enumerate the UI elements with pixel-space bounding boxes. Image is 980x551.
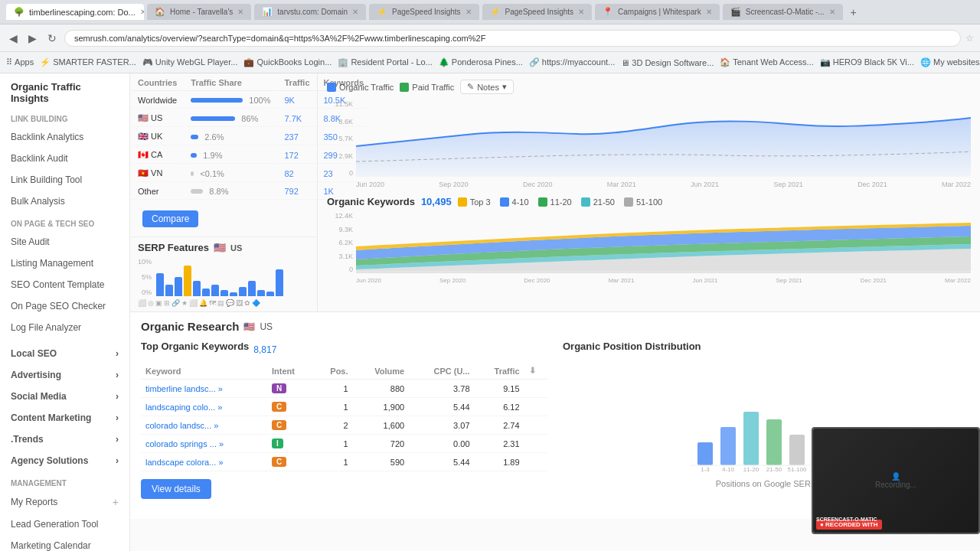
forward-button[interactable]: ▶	[25, 29, 40, 47]
bookmark-ponderosa[interactable]: 🌲 Ponderosa Pines...	[439, 57, 523, 67]
checkbox-indicator	[400, 83, 409, 92]
chevron-down-icon: ▾	[502, 82, 507, 92]
table-row: colorado landsc... » C 2 1,600 3.07 2.74	[141, 416, 547, 435]
nav-bulk-analysis[interactable]: Bulk Analysis	[0, 191, 129, 212]
filter-icon[interactable]: ⬇	[529, 366, 536, 375]
compare-button[interactable]: Compare	[142, 210, 198, 227]
svg-rect-5	[789, 435, 805, 465]
nav-on-page-seo-checker[interactable]: On Page SEO Checker	[0, 295, 129, 317]
tab-close-btn[interactable]: ✕	[237, 8, 243, 16]
nav-local-seo[interactable]: Local SEO ›	[0, 343, 129, 364]
tab-active[interactable]: 🌳 timberlinescaping.com: Do... ✕	[6, 4, 144, 20]
tab-favicon: 🏠	[155, 7, 165, 17]
tab-close-btn[interactable]: ✕	[352, 8, 358, 16]
serp-bar	[184, 266, 191, 296]
bookmark-tenant[interactable]: 🏠 Tenant Web Access...	[720, 57, 813, 67]
serp-feature-icon: 🖼	[236, 299, 243, 307]
bookmark-3d[interactable]: 🖥 3D Design Software...	[621, 58, 714, 67]
country-name: Worldwide	[132, 93, 183, 109]
nav-trends[interactable]: .Trends ›	[0, 429, 129, 450]
legend-11-20[interactable]: 11-20	[538, 197, 572, 207]
traffic-bar	[191, 189, 203, 194]
legend-top3[interactable]: Top 3	[458, 197, 491, 207]
tab-screencast[interactable]: 🎬 Screencast-O-Matic -... ✕	[723, 4, 843, 20]
org-keywords-chart: 12.4K 9.3K 6.2K 3.1K 0	[327, 212, 971, 284]
serp-feature-icon: ◎	[148, 299, 154, 307]
nav-social-media[interactable]: Social Media ›	[0, 386, 129, 407]
nav-advertising[interactable]: Advertising ›	[0, 364, 129, 386]
address-input[interactable]	[64, 30, 961, 47]
serp-bar	[202, 289, 210, 296]
organic-traffic-checkbox[interactable]: Organic Traffic	[327, 83, 394, 92]
reload-button[interactable]: ↻	[44, 29, 60, 47]
keyword-link[interactable]: colorado springs ... »	[145, 439, 224, 448]
legend-4-10[interactable]: 4-10	[500, 197, 529, 207]
traffic-cell: 2.31	[475, 435, 524, 453]
nav-content-marketing[interactable]: Content Marketing ›	[0, 407, 129, 429]
traffic-share-cell: 8.8%	[185, 184, 276, 200]
add-report-icon[interactable]: +	[113, 496, 119, 508]
view-details-button[interactable]: View details	[141, 479, 211, 499]
tab-favicon: 🎬	[730, 7, 741, 17]
keyword-link[interactable]: landscaping colo... »	[145, 403, 222, 412]
back-button[interactable]: ◀	[6, 29, 21, 47]
bookmark-apps[interactable]: ⠿ Apps	[6, 57, 34, 67]
table-row: timberline landsc... » N 1 880 3.78 9.15	[141, 380, 547, 398]
legend-dot-11-20	[538, 197, 547, 207]
tab-pagespeed1[interactable]: ⚡ PageSpeed Insights ✕	[369, 4, 479, 20]
keyword-cell: landscape colora... »	[141, 453, 267, 471]
organic-traffic-insights-link[interactable]: Organic Traffic Insights	[0, 73, 129, 107]
tab-close-btn[interactable]: ✕	[829, 8, 835, 16]
bookmark-smarter[interactable]: ⚡ SMARTER FASTER...	[40, 57, 136, 67]
legend-21-50[interactable]: 21-50	[581, 197, 615, 207]
nav-marketing-calendar[interactable]: Marketing Calendar	[0, 535, 129, 551]
traffic-bar	[191, 98, 243, 103]
serp-features-title: SERP Features 🇺🇸 US	[138, 242, 309, 253]
tab-close-btn[interactable]: ✕	[466, 8, 472, 16]
nav-backlink-analytics[interactable]: Backlink Analytics	[0, 126, 129, 148]
tab-close-btn[interactable]: ✕	[578, 8, 584, 16]
tab-domain[interactable]: 📊 tarvstu.com: Domain ✕	[254, 4, 366, 20]
tab-close-btn[interactable]: ✕	[706, 8, 712, 16]
tab-label: PageSpeed Insights	[392, 8, 461, 16]
tab-campaigns[interactable]: 📍 Campaigns | Whitespark ✕	[595, 4, 720, 20]
tab-favicon: 🌳	[14, 7, 24, 17]
keyword-link[interactable]: colorado landsc... »	[145, 421, 218, 430]
tab-label: PageSpeed Insights	[505, 8, 574, 16]
position-dist-title: Organic Position Distribution	[563, 341, 969, 352]
bookmark-hero[interactable]: 📷 HERO9 Black 5K Vi...	[820, 57, 914, 67]
nav-link-building-tool[interactable]: Link Building Tool	[0, 169, 129, 191]
keyword-link[interactable]: timberline landsc... »	[145, 384, 223, 393]
bookmark-resident[interactable]: 🏢 Resident Portal - Lo...	[338, 57, 432, 67]
top-organic-keywords-panel: Top Organic Keywords 8,817 Keyword Inten…	[141, 341, 547, 511]
traffic-value: 792	[278, 184, 315, 200]
legend-51-100[interactable]: 51-100	[624, 197, 662, 207]
nav-log-file-analyzer[interactable]: Log File Analyzer	[0, 317, 129, 338]
tab-home[interactable]: 🏠 Home - Taravella's ✕	[147, 4, 251, 20]
cpc-cell: 3.07	[409, 416, 474, 435]
nav-agency-solutions[interactable]: Agency Solutions ›	[0, 450, 129, 471]
chevron-icon: ›	[116, 434, 119, 445]
tab-pagespeed2[interactable]: ⚡ PageSpeed Insights ✕	[482, 4, 593, 20]
bookmark-icon[interactable]: ☆	[965, 33, 974, 44]
new-tab-button[interactable]: +	[846, 5, 861, 20]
paid-traffic-checkbox[interactable]: Paid Traffic	[400, 83, 454, 92]
organic-research-title: Organic Research	[141, 320, 239, 333]
bookmark-qb[interactable]: 💼 QuickBooks Login...	[243, 57, 332, 67]
nav-my-reports[interactable]: My Reports +	[0, 491, 129, 514]
page-content: Countries Traffic Share Traffic Keywords…	[130, 73, 980, 551]
tab-label: Campaigns | Whitespark	[618, 8, 701, 16]
keyword-link[interactable]: landscape colora... »	[145, 458, 224, 467]
bookmark-websites[interactable]: 🌐 My websites - Web...	[920, 57, 980, 67]
nav-backlink-audit[interactable]: Backlink Audit	[0, 148, 129, 169]
traffic-value: 7.7K	[278, 110, 315, 127]
bookmark-unity[interactable]: 🎮 Unity WebGL Player...	[142, 57, 238, 67]
nav-lead-generation[interactable]: Lead Generation Tool	[0, 514, 129, 535]
nav-listing-management[interactable]: Listing Management	[0, 253, 129, 274]
nav-seo-content-template[interactable]: SEO Content Template	[0, 274, 129, 295]
screencast-label: SCREENCAST-O-MATIC	[816, 517, 877, 522]
bookmark-myaccount[interactable]: 🔗 https://myaccount...	[529, 57, 615, 67]
tab-close-btn[interactable]: ✕	[140, 8, 144, 16]
nav-site-audit[interactable]: Site Audit	[0, 231, 129, 253]
notes-button[interactable]: ✎ Notes ▾	[460, 80, 514, 94]
